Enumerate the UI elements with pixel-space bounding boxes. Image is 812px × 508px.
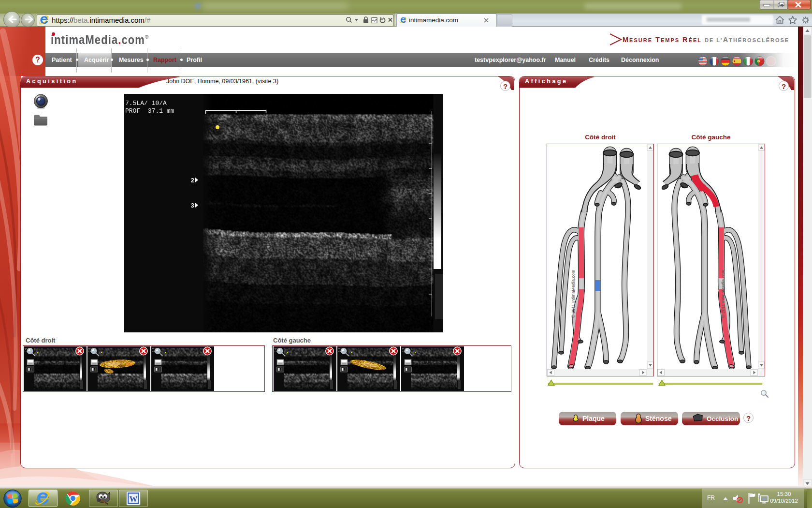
svg-text:7.5: 7.5 <box>275 348 279 351</box>
svg-text:7.5: 7.5 <box>152 348 157 351</box>
svg-text:MESURE TEMPS RÉEL DE L'ATHÉROS: MESURE TEMPS RÉEL DE L'ATHÉROSCLÉROSE <box>623 36 789 44</box>
svg-text:7.5: 7.5 <box>402 348 406 351</box>
svg-text:Plaque: Plaque <box>582 415 605 422</box>
svg-text:7.5: 7.5 <box>25 348 29 351</box>
svg-text:7.5: 7.5 <box>88 348 93 351</box>
svg-text:7.5: 7.5 <box>338 348 343 351</box>
svg-text:Sténose: Sténose <box>645 415 672 422</box>
svg-text:Occlusion: Occlusion <box>707 415 738 422</box>
svg-text:© 2011 IntimaMedia.com: © 2011 IntimaMedia.com <box>721 269 725 318</box>
svg-text:W: W <box>130 494 138 504</box>
svg-text:© 2011 IntimaMedia.com: © 2011 IntimaMedia.com <box>571 269 576 318</box>
